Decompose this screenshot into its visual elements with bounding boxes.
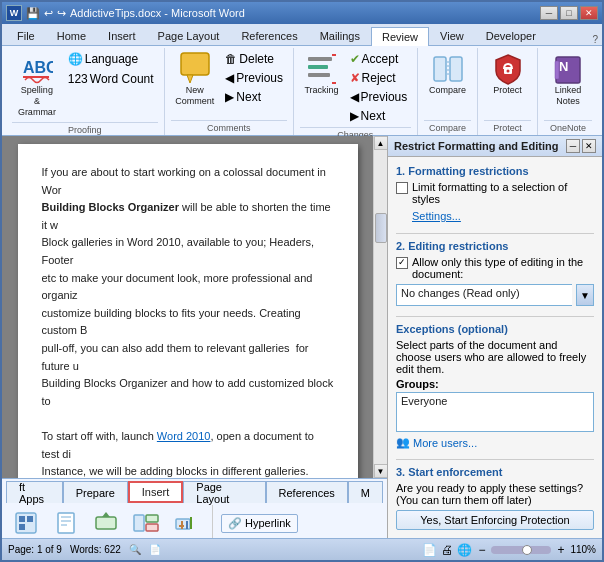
spelling-icon: ABC — [21, 53, 53, 85]
svg-marker-2 — [187, 75, 193, 83]
new-comment-icon — [179, 53, 211, 85]
linked-notes-icon: N — [552, 53, 584, 85]
prev-change-button[interactable]: ◀ Previous — [346, 88, 412, 106]
vertical-scrollbar[interactable]: ▲ ▼ — [373, 136, 387, 478]
ribbon-group-onenote: N LinkedNotes OneNote — [538, 48, 598, 135]
quick-access-undo[interactable]: ↩ — [44, 7, 53, 20]
bottom-tab-ft-apps[interactable]: ft Apps — [6, 481, 63, 503]
hyperlink-button[interactable]: 🔗 Hyperlink — [221, 514, 298, 533]
editing-dropdown[interactable]: No changes (Read only) — [396, 284, 572, 306]
separator — [212, 505, 213, 538]
zoom-plus-button[interactable]: + — [555, 543, 566, 557]
tracking-button[interactable]: Tracking — [299, 50, 343, 99]
bottom-tab-prepare[interactable]: Prepare — [63, 481, 128, 503]
bottom-icon-2[interactable] — [48, 505, 84, 538]
editing-dropdown-arrow[interactable]: ▼ — [576, 284, 594, 306]
ribbon-group-compare: Compare Compare — [418, 48, 478, 135]
language-button[interactable]: 🌐 Language — [64, 50, 158, 68]
compare-button[interactable]: Compare — [424, 50, 471, 99]
tab-insert[interactable]: Insert — [97, 26, 147, 45]
close-button[interactable]: ✕ — [580, 6, 598, 20]
scroll-up-button[interactable]: ▲ — [374, 136, 388, 150]
bottom-tab-page-layout[interactable]: Page Layout — [183, 481, 265, 503]
quick-access-redo[interactable]: ↪ — [57, 7, 66, 20]
formatting-checkbox[interactable] — [396, 182, 408, 194]
tab-page-layout[interactable]: Page Layout — [147, 26, 231, 45]
spelling-grammar-button[interactable]: ABC Spelling &Grammar — [12, 50, 62, 120]
ribbon-group-protect: Protect Protect — [478, 48, 538, 135]
zoom-minus-button[interactable]: − — [476, 543, 487, 557]
status-icon-1[interactable]: 🔍 — [129, 544, 141, 555]
onenote-buttons: N LinkedNotes — [547, 50, 589, 118]
bottom-ribbon-tools: 🔗 Hyperlink — [6, 503, 383, 538]
maximize-button[interactable]: □ — [560, 6, 578, 20]
linked-notes-button[interactable]: N LinkedNotes — [547, 50, 589, 110]
tab-references[interactable]: References — [230, 26, 308, 45]
tab-mailings[interactable]: Mailings — [309, 26, 371, 45]
hyperlink-icon: 🔗 — [228, 517, 242, 530]
svg-rect-31 — [181, 521, 183, 529]
delete-comment-icon: 🗑 — [225, 52, 237, 66]
settings-link[interactable]: Settings... — [412, 210, 461, 222]
minimize-button[interactable]: ─ — [540, 6, 558, 20]
panel-close-button[interactable]: ✕ — [582, 139, 596, 153]
word-2010-link[interactable]: Word 2010 — [157, 430, 211, 442]
formatting-title: Formatting restrictions — [408, 165, 528, 177]
view-print-icon[interactable]: 🖨 — [441, 543, 453, 557]
svg-rect-28 — [146, 524, 158, 531]
language-icon: 🌐 — [68, 52, 83, 66]
next-change-button[interactable]: ▶ Next — [346, 107, 412, 125]
linked-notes-label: LinkedNotes — [555, 85, 582, 107]
ribbon-tab-bar: File Home Insert Page Layout References … — [2, 24, 602, 46]
formatting-num: 1. — [396, 165, 405, 177]
svg-rect-17 — [19, 516, 25, 522]
bottom-icon-5[interactable] — [168, 505, 204, 538]
bottom-tab-insert[interactable]: Insert — [128, 481, 184, 503]
zoom-slider[interactable] — [491, 546, 551, 554]
comments-buttons: NewComment 🗑 Delete ◀ Previous ▶ Next — [170, 50, 287, 118]
accept-button[interactable]: ✔ Accept — [346, 50, 412, 68]
view-web-icon[interactable]: 🌐 — [457, 543, 472, 557]
zoom-thumb[interactable] — [522, 545, 532, 555]
quick-access-save[interactable]: 💾 — [26, 7, 40, 20]
reject-button[interactable]: ✘ Reject — [346, 69, 412, 87]
help-button[interactable]: ? — [592, 34, 598, 45]
panel-scroll-content[interactable]: 1. Formatting restrictions Limit formatt… — [388, 157, 602, 538]
window-controls: ─ □ ✕ — [540, 6, 598, 20]
enforcement-title: 3. Start enforcement — [396, 466, 594, 478]
word-count-button[interactable]: 123 Word Count — [64, 70, 158, 88]
tab-developer[interactable]: Developer — [475, 26, 547, 45]
status-icon-2[interactable]: 📄 — [149, 544, 161, 555]
new-comment-button[interactable]: NewComment — [170, 50, 219, 110]
tab-review[interactable]: Review — [371, 27, 429, 46]
scroll-down-button[interactable]: ▼ — [374, 464, 388, 478]
start-enforcing-button[interactable]: Yes, Start Enforcing Protection — [396, 510, 594, 530]
panel-minimize-button[interactable]: ─ — [566, 139, 580, 153]
bottom-tab-m[interactable]: M — [348, 481, 383, 503]
scroll-thumb[interactable] — [375, 213, 387, 243]
bottom-icon-1[interactable] — [8, 505, 44, 538]
view-normal-icon[interactable]: 📄 — [422, 543, 437, 557]
scroll-track[interactable] — [374, 150, 387, 464]
doc-with-scrollbar: If you are about to start working on a c… — [2, 136, 387, 478]
svg-marker-25 — [102, 512, 110, 517]
tab-view[interactable]: View — [429, 26, 475, 45]
word-count-icon: 123 — [68, 72, 88, 86]
more-users-link[interactable]: 👥 More users... — [396, 436, 594, 449]
groups-label: Groups: — [396, 378, 594, 390]
bottom-tab-references[interactable]: References — [266, 481, 348, 503]
tab-file[interactable]: File — [6, 26, 46, 45]
protect-button[interactable]: Protect — [487, 50, 529, 99]
delete-comment-button[interactable]: 🗑 Delete — [221, 50, 287, 68]
editing-checkbox[interactable] — [396, 257, 408, 269]
titlebar: W 💾 ↩ ↪ AddictiveTips.docx - Microsoft W… — [2, 2, 602, 24]
bottom-icon-4[interactable] — [128, 505, 164, 538]
bottom-icon-3[interactable] — [88, 505, 124, 538]
everyone-box[interactable]: Everyone — [396, 392, 594, 432]
next-comment-button[interactable]: ▶ Next — [221, 88, 287, 106]
prev-comment-button[interactable]: ◀ Previous — [221, 69, 287, 87]
exceptions-description: Select parts of the document and choose … — [396, 339, 594, 375]
document-scroll-area[interactable]: If you are about to start working on a c… — [2, 136, 373, 478]
svg-rect-18 — [27, 516, 33, 522]
tab-home[interactable]: Home — [46, 26, 97, 45]
